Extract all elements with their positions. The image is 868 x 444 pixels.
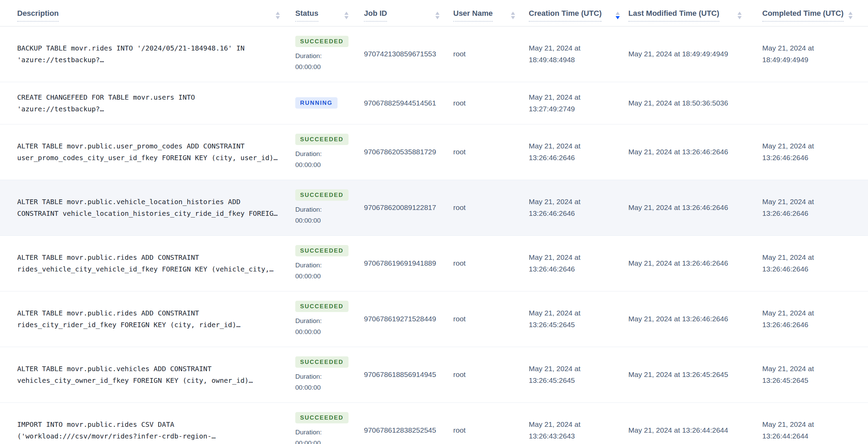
- sort-down-icon: [511, 16, 515, 19]
- job-status-cell: SUCCEEDED Duration: 00:00:00: [295, 180, 364, 235]
- sort-arrows-icon[interactable]: [344, 12, 349, 19]
- sort-up-icon: [848, 12, 853, 15]
- job-user-name: root: [453, 82, 529, 124]
- job-description-link[interactable]: ALTER TABLE movr.public.rides ADD CONSTR…: [17, 307, 280, 331]
- job-id: 970678620089122817: [364, 180, 453, 235]
- job-description-cell[interactable]: IMPORT INTO movr.public.rides CSV DATA (…: [0, 402, 295, 444]
- sort-arrows-icon[interactable]: [511, 12, 515, 19]
- sort-arrows-icon[interactable]: [276, 12, 280, 19]
- job-status-cell: SUCCEEDED Duration: 00:00:00: [295, 26, 364, 82]
- job-last-modified-time: May 21, 2024 at 13:26:46:2646: [628, 180, 762, 235]
- sort-arrows-icon[interactable]: [616, 12, 620, 19]
- job-description-link[interactable]: ALTER TABLE movr.public.vehicles ADD CON…: [17, 363, 280, 386]
- status-badge: SUCCEEDED: [295, 36, 349, 47]
- job-description-link[interactable]: ALTER TABLE movr.public.user_promo_codes…: [17, 140, 280, 164]
- column-header-job-id[interactable]: Job ID: [364, 0, 453, 26]
- job-user-name: root: [453, 124, 529, 180]
- duration-value: 00:00:00: [295, 326, 349, 337]
- column-header-label[interactable]: Job ID: [364, 9, 387, 22]
- job-last-modified-time: May 21, 2024 at 13:26:46:2646: [628, 235, 762, 291]
- status-badge: SUCCEEDED: [295, 356, 349, 368]
- column-header-label[interactable]: Status: [295, 9, 318, 22]
- job-status-cell: SUCCEEDED Duration: 00:00:00: [295, 291, 364, 347]
- job-description-link[interactable]: ALTER TABLE movr.public.vehicle_location…: [17, 196, 280, 219]
- sort-arrows-icon[interactable]: [435, 12, 439, 19]
- sort-up-icon: [738, 12, 742, 15]
- duration-label: Duration:: [295, 371, 349, 382]
- job-user-name: root: [453, 402, 529, 444]
- job-user-name: root: [453, 347, 529, 402]
- job-creation-time: May 21, 2024 at 18:49:48:4948: [529, 26, 628, 82]
- job-creation-time: May 21, 2024 at 13:26:46:2646: [529, 124, 628, 180]
- sort-down-icon: [435, 16, 439, 19]
- job-id: 970678618856914945: [364, 347, 453, 402]
- jobs-table: Description Status Job ID User Name: [0, 0, 868, 444]
- duration-value: 00:00:00: [295, 382, 349, 393]
- column-header-label[interactable]: Creation Time (UTC): [529, 9, 602, 22]
- table-row: ALTER TABLE movr.public.user_promo_codes…: [0, 124, 868, 180]
- sort-down-icon: [848, 16, 853, 19]
- column-header-label[interactable]: Description: [17, 9, 59, 22]
- column-header-last-modified-time-utc[interactable]: Last Modified Time (UTC): [628, 0, 762, 26]
- sort-up-icon: [616, 12, 620, 15]
- job-description-link[interactable]: CREATE CHANGEFEED FOR TABLE movr.users I…: [17, 91, 280, 115]
- job-user-name: root: [453, 180, 529, 235]
- column-header-creation-time-utc[interactable]: Creation Time (UTC): [529, 0, 628, 26]
- job-description-cell[interactable]: BACKUP TABLE movr.rides INTO '/2024/05/2…: [0, 26, 295, 82]
- job-duration: Duration: 00:00:00: [295, 315, 349, 337]
- job-last-modified-time: May 21, 2024 at 18:50:36:5036: [628, 82, 762, 124]
- job-creation-time: May 21, 2024 at 13:26:46:2646: [529, 180, 628, 235]
- column-header-label[interactable]: Last Modified Time (UTC): [628, 9, 719, 22]
- duration-label: Duration:: [295, 427, 349, 438]
- sort-down-icon: [344, 16, 349, 19]
- job-creation-time: May 21, 2024 at 13:26:45:2645: [529, 291, 628, 347]
- table-row: ALTER TABLE movr.public.rides ADD CONSTR…: [0, 291, 868, 347]
- job-description-cell[interactable]: ALTER TABLE movr.public.vehicles ADD CON…: [0, 347, 295, 402]
- job-completed-time: May 21, 2024 at 18:49:49:4949: [762, 26, 868, 82]
- job-id: 970678619271528449: [364, 291, 453, 347]
- sort-arrows-icon[interactable]: [848, 12, 853, 19]
- job-duration: Duration: 00:00:00: [295, 427, 349, 444]
- job-description-cell[interactable]: ALTER TABLE movr.public.user_promo_codes…: [0, 124, 295, 180]
- column-header-status[interactable]: Status: [295, 0, 364, 26]
- duration-label: Duration:: [295, 260, 349, 271]
- job-last-modified-time: May 21, 2024 at 18:49:49:4949: [628, 26, 762, 82]
- job-status-cell: SUCCEEDED Duration: 00:00:00: [295, 402, 364, 444]
- job-id: 970678619691941889: [364, 235, 453, 291]
- job-duration: Duration: 00:00:00: [295, 371, 349, 393]
- job-duration: Duration: 00:00:00: [295, 148, 349, 170]
- job-user-name: root: [453, 235, 529, 291]
- table-row: ALTER TABLE movr.public.vehicle_location…: [0, 180, 868, 235]
- sort-up-icon: [276, 12, 280, 15]
- job-creation-time: May 21, 2024 at 13:26:46:2646: [529, 235, 628, 291]
- jobs-table-body: BACKUP TABLE movr.rides INTO '/2024/05/2…: [0, 26, 868, 444]
- table-row: ALTER TABLE movr.public.vehicles ADD CON…: [0, 347, 868, 402]
- job-description-cell[interactable]: ALTER TABLE movr.public.vehicle_location…: [0, 180, 295, 235]
- job-completed-time: May 21, 2024 at 13:26:46:2646: [762, 291, 868, 347]
- job-last-modified-time: May 21, 2024 at 13:26:45:2645: [628, 347, 762, 402]
- sort-arrows-icon[interactable]: [738, 12, 742, 19]
- column-header-label[interactable]: Completed Time (UTC): [762, 9, 844, 22]
- job-status-cell: SUCCEEDED Duration: 00:00:00: [295, 124, 364, 180]
- column-header-completed-time-utc[interactable]: Completed Time (UTC): [762, 0, 868, 26]
- job-description-link[interactable]: BACKUP TABLE movr.rides INTO '/2024/05/2…: [17, 42, 280, 66]
- column-header-label[interactable]: User Name: [453, 9, 493, 22]
- job-description-link[interactable]: ALTER TABLE movr.public.rides ADD CONSTR…: [17, 252, 280, 275]
- job-description-cell[interactable]: ALTER TABLE movr.public.rides ADD CONSTR…: [0, 291, 295, 347]
- sort-up-icon: [511, 12, 515, 15]
- duration-value: 00:00:00: [295, 215, 349, 226]
- job-id: 970678620535881729: [364, 124, 453, 180]
- job-duration: Duration: 00:00:00: [295, 260, 349, 282]
- column-header-description[interactable]: Description: [0, 0, 295, 26]
- job-description-link[interactable]: IMPORT INTO movr.public.rides CSV DATA (…: [17, 419, 280, 442]
- job-completed-time: May 21, 2024 at 13:26:45:2645: [762, 347, 868, 402]
- sort-down-icon: [738, 16, 742, 19]
- job-description-cell[interactable]: CREATE CHANGEFEED FOR TABLE movr.users I…: [0, 82, 295, 124]
- sort-up-icon: [344, 12, 349, 15]
- job-description-cell[interactable]: ALTER TABLE movr.public.rides ADD CONSTR…: [0, 235, 295, 291]
- job-status-cell: SUCCEEDED Duration: 00:00:00: [295, 235, 364, 291]
- job-last-modified-time: May 21, 2024 at 13:26:46:2646: [628, 291, 762, 347]
- status-badge: SUCCEEDED: [295, 134, 349, 145]
- job-last-modified-time: May 21, 2024 at 13:26:44:2644: [628, 402, 762, 444]
- column-header-user-name[interactable]: User Name: [453, 0, 529, 26]
